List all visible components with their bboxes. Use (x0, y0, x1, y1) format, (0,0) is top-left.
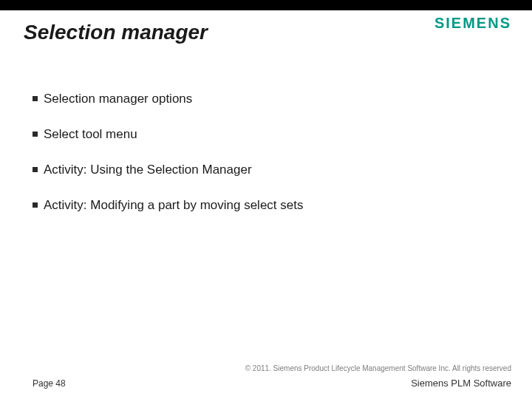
footer-copyright: © 2011. Siemens Product Lifecycle Manage… (245, 364, 511, 372)
bullet-text: Activity: Using the Selection Manager (44, 163, 252, 177)
footer-page-number: Page 48 (33, 378, 66, 389)
bullet-square-icon (33, 132, 38, 137)
bullet-list: Selection manager options Select tool me… (33, 92, 491, 233)
bullet-square-icon (33, 96, 38, 101)
bullet-text: Select tool menu (44, 127, 137, 142)
bullet-square-icon (33, 202, 38, 208)
bullet-square-icon (33, 167, 38, 172)
page-title: Selection manager (24, 21, 208, 44)
top-bar (0, 0, 532, 10)
slide: Selection manager SIEMENS Selection mana… (0, 0, 532, 399)
bullet-text: Selection manager options (44, 92, 192, 106)
footer-product-name: Siemens PLM Software (411, 378, 511, 389)
list-item: Selection manager options (33, 92, 491, 106)
list-item: Activity: Modifying a part by moving sel… (33, 198, 491, 213)
list-item: Activity: Using the Selection Manager (33, 163, 491, 177)
bullet-text: Activity: Modifying a part by moving sel… (44, 198, 303, 213)
list-item: Select tool menu (33, 127, 491, 142)
brand-logo: SIEMENS (434, 15, 511, 32)
